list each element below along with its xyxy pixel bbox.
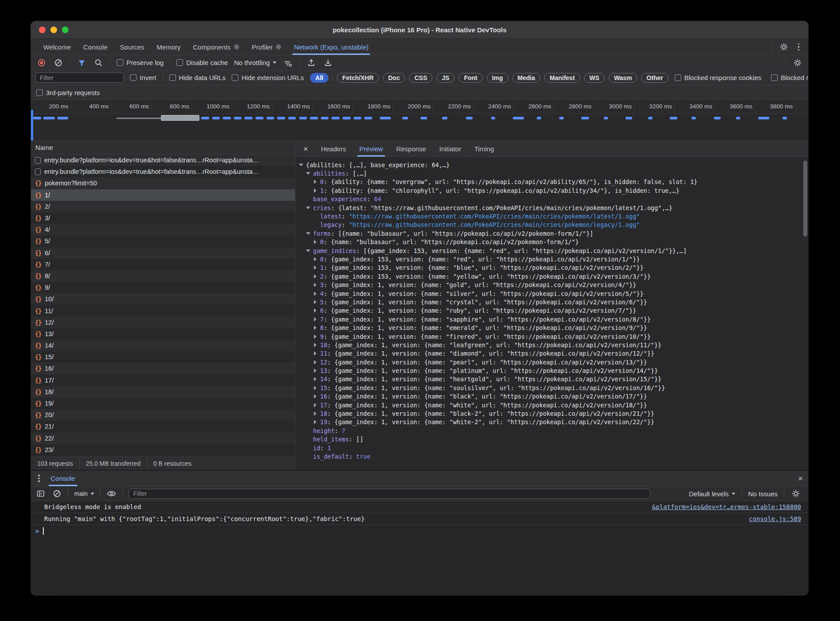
json-tree-row[interactable]: 11: {game_index: 1, version: {name: "dia… <box>299 349 808 358</box>
timeline-selection-handle[interactable] <box>31 110 33 141</box>
request-row[interactable]: {}3/ <box>31 212 295 224</box>
collapsed-arrow-icon[interactable] <box>314 317 317 322</box>
json-tree-row[interactable]: 0: {name: "bulbasaur", url: "https://pok… <box>299 238 808 246</box>
collapsed-arrow-icon[interactable] <box>314 351 317 356</box>
json-tree-row[interactable]: 19: {game_index: 1, version: {name: "whi… <box>299 418 808 426</box>
filter-chip-js[interactable]: JS <box>436 73 454 83</box>
request-table-header[interactable]: Name <box>31 141 295 154</box>
collapsed-arrow-icon[interactable] <box>314 420 317 424</box>
request-row[interactable]: {}5/ <box>31 235 295 247</box>
live-expression-eye-icon[interactable] <box>106 488 117 499</box>
import-har-icon[interactable] <box>306 58 317 68</box>
detail-tab-timing[interactable]: Timing <box>469 141 500 157</box>
json-tree-row[interactable]: base_experience: 64 <box>299 195 808 203</box>
request-row[interactable]: {}18/ <box>31 386 295 398</box>
json-tree-row[interactable]: 5: {game_index: 1, version: {name: "crys… <box>299 298 808 306</box>
request-row[interactable]: {}8/ <box>31 270 295 282</box>
collapsed-arrow-icon[interactable] <box>314 368 317 373</box>
json-tree-row[interactable]: 3: {game_index: 1, version: {name: "gold… <box>299 280 808 289</box>
request-row[interactable]: entry.bundle?platform=ios&dev=true&hot=f… <box>31 166 295 177</box>
console-filter-input[interactable] <box>129 489 650 499</box>
request-row[interactable]: {}14/ <box>31 340 295 351</box>
json-tree-row[interactable]: 1: {game_index: 153, version: {name: "bl… <box>299 264 808 272</box>
collapsed-arrow-icon[interactable] <box>314 334 317 339</box>
json-tree-row[interactable]: 2: {game_index: 153, version: {name: "ye… <box>299 272 808 280</box>
collapsed-arrow-icon[interactable] <box>314 283 317 287</box>
json-tree-row[interactable]: held_items: [] <box>299 435 808 444</box>
detail-tab-initiator[interactable]: Initiator <box>434 141 467 157</box>
filter-chip-media[interactable]: Media <box>512 73 541 83</box>
request-row[interactable]: {}9/ <box>31 282 295 293</box>
json-tree-row[interactable]: 4: {game_index: 1, version: {name: "silv… <box>299 289 808 298</box>
collapsed-arrow-icon[interactable] <box>314 411 317 416</box>
request-row[interactable]: {}16/ <box>31 363 295 374</box>
json-tree-row[interactable]: {abilities: [,…], base_experience: 64,…} <box>299 161 808 169</box>
clear-network-log-icon[interactable] <box>53 58 64 68</box>
json-tree-row[interactable]: cries: {latest: "https://raw.githubuserc… <box>299 203 808 212</box>
json-tree-row[interactable]: 18: {game_index: 1, version: {name: "bla… <box>299 409 808 418</box>
console-prompt[interactable]: > <box>31 525 808 537</box>
settings-gear-icon[interactable] <box>779 42 789 52</box>
collapsed-arrow-icon[interactable] <box>314 394 317 399</box>
tab-sources[interactable]: Sources <box>114 39 150 55</box>
json-tree-row[interactable]: 0: {ability: {name: "overgrow", url: "ht… <box>299 178 808 186</box>
tab-memory[interactable]: Memory <box>150 39 187 55</box>
request-row[interactable]: {}11/ <box>31 305 295 316</box>
request-row[interactable]: {}6/ <box>31 247 295 259</box>
request-row[interactable]: {}10/ <box>31 293 295 305</box>
json-tree-row[interactable]: 13: {game_index: 1, version: {name: "pla… <box>299 366 808 375</box>
request-row[interactable]: {}21/ <box>31 421 295 432</box>
request-row[interactable]: entry.bundle?platform=ios&dev=true&hot=f… <box>31 154 295 166</box>
console-drawer-tab[interactable]: Console <box>45 471 81 486</box>
json-tree-row[interactable]: 9: {game_index: 1, version: {name: "fire… <box>299 332 808 341</box>
request-row[interactable]: {}20/ <box>31 409 295 421</box>
filter-chip-fetch-xhr[interactable]: Fetch/XHR <box>337 73 379 83</box>
checkbox-box[interactable] <box>771 74 778 81</box>
drawer-menu-icon[interactable] <box>35 474 42 483</box>
request-row[interactable]: {}2/ <box>31 201 295 212</box>
request-row[interactable]: {}19/ <box>31 398 295 409</box>
json-tree-row[interactable]: abilities: [,…] <box>299 169 808 177</box>
filter-chip-other[interactable]: Other <box>641 73 668 83</box>
hide-extension-urls-checkbox[interactable]: Hide extension URLs <box>232 74 304 81</box>
collapsed-arrow-icon[interactable] <box>314 308 317 313</box>
tab-network-expo-unstable[interactable]: Network (Expo, unstable) <box>288 39 374 55</box>
hide-data-urls-checkbox[interactable]: Hide data URLs <box>169 74 226 81</box>
issues-counter[interactable]: No Issues <box>748 490 778 498</box>
name-column-header[interactable]: Name <box>35 144 53 151</box>
request-row[interactable]: {}22/ <box>31 433 295 444</box>
log-levels-dropdown[interactable]: Default levels <box>689 490 735 498</box>
filter-chip-font[interactable]: Font <box>458 73 482 83</box>
search-icon[interactable] <box>93 58 104 68</box>
json-tree-row[interactable]: game_indices: [{game_index: 153, version… <box>299 246 808 255</box>
filter-chip-ws[interactable]: WS <box>584 73 605 83</box>
third-party-requests-checkbox[interactable]: 3rd-party requests <box>36 89 100 96</box>
request-row[interactable]: {}4/ <box>31 224 295 235</box>
json-tree-row[interactable]: 6: {game_index: 1, version: {name: "ruby… <box>299 307 808 315</box>
filter-chip-doc[interactable]: Doc <box>383 73 405 83</box>
record-network-log-icon[interactable] <box>36 58 47 68</box>
json-tree-row[interactable]: is_default: true <box>299 452 808 460</box>
request-row[interactable]: {}15/ <box>31 351 295 363</box>
filter-chip-img[interactable]: Img <box>487 73 508 83</box>
json-tree-row[interactable]: 10: {game_index: 1, version: {name: "lea… <box>299 341 808 349</box>
json-tree-row[interactable]: 7: {game_index: 1, version: {name: "sapp… <box>299 315 808 323</box>
json-tree-row[interactable]: legacy: "https://raw.githubusercontent.c… <box>299 221 808 229</box>
request-row[interactable]: {}13/ <box>31 328 295 340</box>
json-tree-row[interactable]: id: 1 <box>299 444 808 452</box>
json-tree-row[interactable]: 16: {game_index: 1, version: {name: "bla… <box>299 392 808 401</box>
expanded-arrow-icon[interactable] <box>306 249 310 252</box>
blocked-response-cookies-checkbox[interactable]: Blocked response cookies <box>675 74 761 81</box>
network-overview-timeline[interactable]: 200 ms400 ms600 ms800 ms1000 ms1200 ms14… <box>31 100 808 141</box>
close-detail-icon[interactable]: × <box>298 141 313 157</box>
json-tree-row[interactable]: forms: [{name: "bulbasaur", url: "https:… <box>299 229 808 238</box>
tab-console[interactable]: Console <box>77 39 114 55</box>
collapsed-arrow-icon[interactable] <box>314 326 317 330</box>
json-tree-row[interactable]: 0: {game_index: 153, version: {name: "re… <box>299 255 808 263</box>
expanded-arrow-icon[interactable] <box>306 207 310 209</box>
tab-welcome[interactable]: Welcome <box>37 39 77 55</box>
blocked-requests-checkbox[interactable]: Blocked requests <box>771 74 808 81</box>
detail-tab-response[interactable]: Response <box>390 141 432 157</box>
collapsed-arrow-icon[interactable] <box>314 403 317 407</box>
collapsed-arrow-icon[interactable] <box>314 343 317 347</box>
